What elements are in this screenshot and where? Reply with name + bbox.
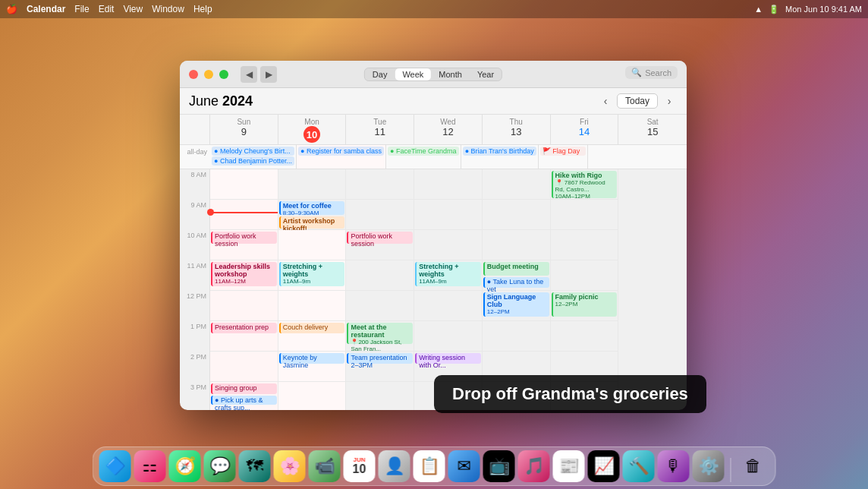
dock-messages[interactable]: 💬 xyxy=(204,450,236,482)
all-day-event-chad[interactable]: ● Chad Benjamin Potter... xyxy=(212,156,294,166)
event-prespreep[interactable]: Presentation prep xyxy=(211,323,277,333)
cell-thu-1[interactable] xyxy=(483,321,551,352)
event-keynote[interactable]: Keynote by Jasmine xyxy=(279,353,345,364)
cell-fri-8[interactable] xyxy=(483,169,551,200)
cell-thu-11[interactable]: Budget meeting ● Take Luna to the vet xyxy=(483,260,551,291)
menu-help[interactable]: Help xyxy=(193,4,212,14)
cell-mon-1[interactable]: Couch delivery xyxy=(278,321,347,352)
cell-sun-10[interactable]: Portfolio work session xyxy=(210,230,278,260)
event-luna[interactable]: ● Take Luna to the vet xyxy=(483,277,549,288)
event-restaurant[interactable]: Meet at the restaurant 📍200 Jackson St, … xyxy=(347,323,413,344)
cell-thu-8[interactable] xyxy=(414,169,483,200)
all-day-event-flagday[interactable]: 🚩 Flag Day xyxy=(540,147,586,156)
cell-mon-10[interactable] xyxy=(278,230,347,260)
menu-view[interactable]: View xyxy=(123,4,143,14)
cell-tue-3[interactable] xyxy=(346,382,414,410)
event-teampres[interactable]: Team presentation 2–3PM xyxy=(347,353,413,364)
dock-tv[interactable]: 📺 xyxy=(483,450,515,482)
cell-wed-11[interactable]: Stretching + weights 11AM–9m xyxy=(414,260,483,291)
event-artist-workshop[interactable]: Artist workshop kickoff! xyxy=(279,216,345,229)
cell-tue-2[interactable]: Team presentation 2–3PM xyxy=(346,352,414,382)
cell-sat-8[interactable]: Hike with Rigo 📍 7867 Redwood Rd, Castro… xyxy=(551,169,619,200)
menu-window[interactable]: Window xyxy=(152,4,184,14)
event-couch[interactable]: Couch delivery xyxy=(279,323,345,333)
event-leadership[interactable]: Leadership skills workshop 11AM–12M xyxy=(211,262,277,286)
cell-tue-9[interactable]: Meet for coffee 8:30–9:30AM Artist works… xyxy=(278,200,347,230)
event-hike[interactable]: Hike with Rigo 📍 7867 Redwood Rd, Castro… xyxy=(552,171,618,198)
dock-news[interactable]: 📰 xyxy=(553,450,585,482)
cell-tue-11[interactable] xyxy=(346,260,414,291)
cell-mon-3[interactable] xyxy=(278,382,347,410)
cell-wed-10[interactable] xyxy=(414,230,483,260)
cell-mon-9[interactable] xyxy=(210,200,278,230)
event-picnic[interactable]: Family picnic 12–2PM xyxy=(552,292,618,317)
event-pickup-arts[interactable]: ● Pick up arts & crafts sup... xyxy=(211,396,277,405)
dock-stocks[interactable]: 📈 xyxy=(588,450,620,482)
cell-fri-9[interactable] xyxy=(483,200,551,230)
event-stretching-thu[interactable]: Stretching + weights 11AM–9m xyxy=(415,262,481,286)
view-week[interactable]: Week xyxy=(395,68,431,80)
menu-file[interactable]: File xyxy=(74,4,89,14)
menu-edit[interactable]: Edit xyxy=(99,4,115,14)
dock-contacts[interactable]: 👤 xyxy=(379,450,410,482)
dock-xcode[interactable]: 🔨 xyxy=(623,450,655,482)
close-button[interactable] xyxy=(189,70,198,79)
next-button[interactable]: › xyxy=(661,93,678,109)
cell-tue-8[interactable] xyxy=(278,169,347,200)
all-day-event-samba[interactable]: ● Register for samba class xyxy=(298,147,384,156)
dock-calendar[interactable]: JUN 10 xyxy=(344,450,376,482)
cell-mon-2[interactable]: Keynote by Jasmine xyxy=(278,352,347,382)
cell-sun-1[interactable]: Presentation prep xyxy=(210,321,278,352)
cell-thu-10[interactable] xyxy=(483,230,551,260)
cell-tue-1[interactable]: Meet at the restaurant 📍200 Jackson St, … xyxy=(346,321,414,352)
cell-sun-3[interactable]: Singing group ● Pick up arts & crafts su… xyxy=(210,382,278,410)
minimize-button[interactable] xyxy=(204,70,213,79)
dock-safari[interactable]: 🧭 xyxy=(169,450,201,482)
dock-photos[interactable]: 🌸 xyxy=(274,450,306,482)
dock-syspref[interactable]: ⚙️ xyxy=(693,450,725,482)
dock-finder[interactable]: 🔷 xyxy=(99,450,131,482)
cell-thu-9[interactable] xyxy=(414,200,483,230)
dock-trash[interactable]: 🗑 xyxy=(737,450,769,482)
cell-fri-1[interactable] xyxy=(551,321,619,352)
event-writing[interactable]: Writing session with Or... xyxy=(415,353,481,364)
dock-scrobble[interactable]: 🎙 xyxy=(658,450,690,482)
cell-thu-12[interactable]: Sign Language Club 12–2PM xyxy=(483,291,551,321)
nav-forward-btn[interactable]: ▶ xyxy=(260,66,277,83)
event-singing[interactable]: Singing group xyxy=(211,383,277,394)
maximize-button[interactable] xyxy=(219,70,228,79)
cell-fri-12[interactable]: Family picnic 12–2PM xyxy=(551,291,619,321)
all-day-event-melody[interactable]: ● Melody Cheung's Birt... xyxy=(212,147,294,156)
dock-reminders[interactable]: 📋 xyxy=(414,450,445,482)
dock-maps[interactable]: 🗺 xyxy=(239,450,271,482)
cell-tue-10[interactable]: Portfolio work session xyxy=(346,230,414,260)
cell-sun-12[interactable] xyxy=(210,291,278,321)
prev-button[interactable]: ‹ xyxy=(597,93,614,109)
view-year[interactable]: Year xyxy=(470,68,502,80)
event-budget[interactable]: Budget meeting xyxy=(483,262,549,276)
cell-tue-12[interactable] xyxy=(346,291,414,321)
all-day-event-facetime[interactable]: ● FaceTime Grandma xyxy=(388,147,459,156)
nav-back-btn[interactable]: ◀ xyxy=(241,66,257,83)
time-grid-container[interactable]: 8 AM Hike with Rigo 📍 7867 Redwood Rd, C… xyxy=(180,169,687,410)
dock-launchpad[interactable]: ⚏ xyxy=(134,450,166,482)
today-button[interactable]: Today xyxy=(617,93,658,109)
cell-mon-11[interactable]: Stretching + weights 11AM–9m xyxy=(278,260,347,291)
dock-music[interactable]: 🎵 xyxy=(518,450,550,482)
all-day-event-brian[interactable]: ● Brian Tran's Birthday xyxy=(463,147,536,156)
apple-menu[interactable]: 🍎 xyxy=(6,4,17,14)
cell-mon-8[interactable] xyxy=(210,169,278,200)
app-name[interactable]: Calendar xyxy=(27,4,65,14)
dock-mail[interactable]: ✉ xyxy=(448,450,480,482)
cell-wed-8[interactable] xyxy=(346,169,414,200)
cell-wed-1[interactable] xyxy=(414,321,483,352)
cell-sun-2[interactable] xyxy=(210,352,278,382)
cell-sun-11[interactable]: Leadership skills workshop 11AM–12M xyxy=(210,260,278,291)
cell-wed-12[interactable] xyxy=(414,291,483,321)
cell-sat-9[interactable] xyxy=(551,200,619,230)
cell-mon-12[interactable] xyxy=(278,291,347,321)
event-portfolio-sun[interactable]: Portfolio work session xyxy=(211,232,277,244)
search-box[interactable]: 🔍 Search xyxy=(625,66,678,79)
view-day[interactable]: Day xyxy=(365,68,395,80)
cell-sat-10[interactable] xyxy=(551,230,619,260)
